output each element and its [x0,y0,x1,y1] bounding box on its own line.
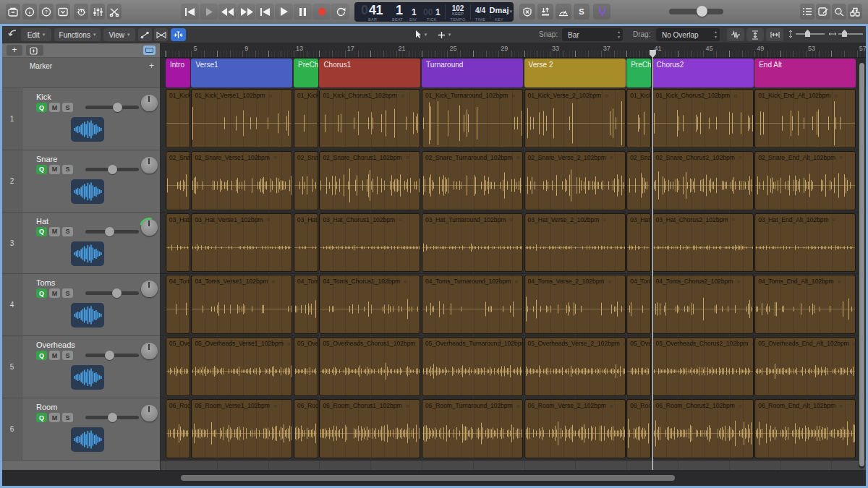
region-snare-verse_2[interactable]: 02_Snare_Verse_2_102bpm○ [524,151,626,210]
region-toms-precho[interactable]: 04_Toms_PreCho_102bpm [626,275,651,334]
region-snare-precho[interactable]: 02_Snare_PreCho_102bpm [294,151,318,210]
region-snare-chorus2[interactable]: 02_Snare_Chorus2_102bpm○ [652,151,754,210]
region-kick-chorus1[interactable]: 01_Kick_Chorus1_102bpm○ [319,89,420,148]
pause-button[interactable] [294,4,312,20]
quantize-button[interactable]: Q [36,227,47,236]
marker-verse1[interactable]: Verse1 [191,59,292,87]
crossfade-button[interactable] [154,28,168,41]
list-button[interactable] [800,4,814,20]
mute-button[interactable]: M [49,288,60,298]
volume-slider[interactable] [85,106,139,109]
waveform-zoom-button[interactable] [727,28,744,41]
snap-dropdown[interactable]: Bar ▴▾ [562,28,623,41]
pan-knob[interactable] [141,157,158,174]
add-marker-button[interactable]: + [149,61,154,71]
region-toms-intro[interactable]: 04_Toms_Intro_102bpm [166,275,190,334]
rewind-button[interactable] [218,4,237,20]
solo-button[interactable]: S [62,227,73,236]
mute-button[interactable]: M [49,165,60,174]
cycle-button[interactable] [331,4,349,20]
region-overheads-chorus1[interactable]: 05_Overheads_Chorus1_102bpm○ [319,337,420,396]
region-room-verse_2[interactable]: 06_Room_Verse_2_102bpm○ [524,399,626,458]
quantize-button[interactable]: Q [36,351,47,360]
region-overheads-precho[interactable]: 05_Overheads_PreCho_102bpm [294,337,318,396]
marker-end_alt[interactable]: End Alt [754,59,856,87]
region-toms-chorus1[interactable]: 04_Toms_Chorus1_102bpm○ [319,275,420,334]
region-hat-verse1[interactable]: 03_Hat_Verse1_102bpm○ [191,213,292,273]
playhead[interactable] [652,51,654,470]
marker-track-header[interactable]: Marker + [2,58,160,88]
forward-button[interactable] [237,4,255,20]
horizontal-auto-zoom-button[interactable] [766,28,783,41]
metronome-gauge-button[interactable] [556,4,571,20]
input-monitor-arrows-button[interactable] [537,4,553,20]
drag-dropdown[interactable]: No Overlap ▴▾ [656,28,720,41]
functions-menu[interactable]: Functions▾ [54,28,101,41]
track-header-overheads[interactable]: 5OverheadsQMS [2,336,160,398]
region-kick-precho[interactable]: 01_Kick_PreCho_102bpm [294,89,318,148]
region-toms-precho[interactable]: 04_Toms_PreCho_102bpm [294,275,318,334]
region-room-verse1[interactable]: 06_Room_Verse1_102bpm○ [191,399,292,458]
region-kick-precho[interactable]: 01_Kick_PreCho_102bpm [626,89,651,148]
region-hat-precho[interactable]: 03_Hat_PreCho_102bpm [626,213,651,273]
volume-slider-thumb[interactable] [113,103,122,112]
region-room-chorus2[interactable]: 06_Room_Chorus2_102bpm○ [652,399,754,458]
region-hat-verse_2[interactable]: 03_Hat_Verse_2_102bpm○ [524,213,626,273]
header-view-options-button[interactable] [143,46,156,55]
horizontal-scrollbar-thumb[interactable] [181,475,675,481]
region-hat-intro[interactable]: 03_Hat_Intro_102bpm [166,213,190,273]
pan-knob[interactable] [141,95,158,111]
marker-intro[interactable]: Intro [166,59,190,87]
inspector-button[interactable] [22,4,37,20]
vertical-scrollbar-thumb[interactable] [859,63,864,466]
pan-knob[interactable] [141,281,158,297]
region-overheads-precho[interactable]: 05_Overheads_PreCho_102bpm [626,337,651,396]
region-hat-chorus2[interactable]: 03_Hat_Chorus2_102bpm○ [652,213,754,273]
solo-button[interactable]: S [62,351,73,360]
region-kick-end_alt[interactable]: 01_Kick_End_Alt_102bpm○ [754,89,856,148]
master-volume-thumb[interactable] [697,6,707,17]
horizontal-zoom-thumb[interactable] [842,30,847,37]
add-track-button[interactable]: + [7,45,22,56]
region-overheads-intro[interactable]: 05_Overheads_Intro_102bpm [166,337,190,396]
bar-ruler[interactable]: 59131721252933374145495357 [161,43,866,58]
tuner-button[interactable] [593,4,610,20]
region-room-turnaround[interactable]: 06_Room_Turnaround_102bpm○ [422,399,523,458]
solo-button[interactable]: S [62,103,73,112]
volume-slider[interactable] [85,230,139,234]
region-toms-verse1[interactable]: 04_Toms_Verse1_102bpm○ [191,275,292,334]
stop-to-start-button[interactable] [256,4,274,20]
region-snare-verse1[interactable]: 02_Snare_Verse1_102bpm○ [191,151,292,210]
marker-chorus1[interactable]: Chorus1 [319,59,420,87]
region-hat-end_alt[interactable]: 03_Hat_End_Alt_102bpm○ [754,213,856,273]
volume-slider-thumb[interactable] [112,288,122,298]
track-header-room[interactable]: 6RoomQMS [2,398,160,461]
region-snare-intro[interactable]: 02_Snare_Intro_102bpm [166,151,190,210]
region-overheads-verse_2[interactable]: 05_Overheads_Verse_2_102bpm○ [524,337,626,396]
master-volume-slider[interactable] [669,9,723,14]
automation-button[interactable] [138,28,152,41]
track-header-hat[interactable]: 3HatQMS [2,213,160,275]
solo-button[interactable]: S [62,288,73,298]
volume-slider-thumb[interactable] [105,227,114,236]
region-room-precho[interactable]: 06_Room_PreCho_102bpm [626,399,651,458]
library-button[interactable] [6,4,20,20]
solo-button[interactable]: S [62,413,73,422]
duplicate-track-button[interactable] [26,45,43,56]
marker-precho[interactable]: PreCho [626,59,651,87]
region-overheads-end_alt[interactable]: 05_Overheads_End_Alt_102bpm○ [754,337,856,396]
editors-button[interactable] [107,4,122,20]
volume-slider[interactable] [85,416,139,419]
pan-knob[interactable] [141,219,158,236]
volume-slider[interactable] [85,291,139,295]
track-header-snare[interactable]: 2SnareQMS [2,150,160,213]
pan-knob[interactable] [141,343,158,359]
quantize-button[interactable]: Q [36,288,47,298]
region-hat-chorus1[interactable]: 03_Hat_Chorus1_102bpm○ [319,213,420,273]
region-snare-turnaround[interactable]: 02_Snare_Turnaround_102bpm○ [422,151,523,210]
volume-slider-thumb[interactable] [108,165,117,174]
volume-slider[interactable] [85,168,139,171]
region-kick-verse1[interactable]: 01_Kick_Verse1_102bpm○ [191,89,292,148]
mixer-button[interactable] [90,4,105,20]
quantize-button[interactable]: Q [36,165,47,174]
